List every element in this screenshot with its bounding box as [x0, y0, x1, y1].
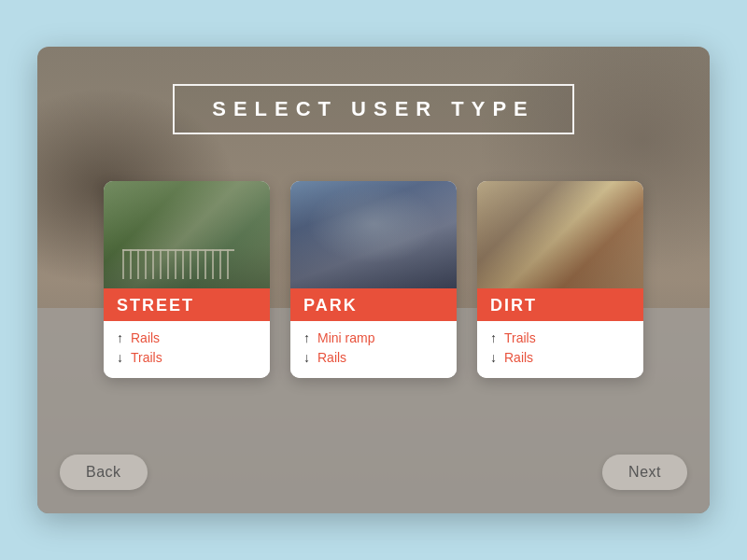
- card-image-street: [104, 181, 270, 288]
- arrow-up-icon: ↑: [490, 331, 497, 344]
- card-image-park: [290, 181, 457, 288]
- back-button[interactable]: Back: [60, 455, 148, 490]
- card-label-dirt: DIRT: [477, 288, 643, 321]
- park-image-inner: [290, 181, 457, 288]
- card-label-park: PARK: [290, 288, 457, 321]
- card-image-dirt: [477, 181, 643, 288]
- arrow-up-icon: ↑: [117, 331, 123, 344]
- card-items-street: ↑ Rails ↓ Trails: [104, 321, 270, 378]
- street-item-1-text: Trails: [131, 350, 162, 365]
- arrow-up-icon: ↑: [303, 331, 310, 344]
- street-item-1: ↓ Trails: [117, 350, 257, 365]
- park-item-1: ↓ Rails: [303, 350, 444, 365]
- park-item-1-text: Rails: [317, 350, 346, 365]
- dirt-item-0: ↑ Trails: [490, 330, 630, 345]
- dirt-item-0-text: Trails: [504, 330, 536, 345]
- street-item-0: ↑ Rails: [117, 330, 257, 345]
- street-item-0-text: Rails: [131, 330, 160, 345]
- page-title: SELECT USER TYPE: [173, 84, 574, 134]
- app-container: SELECT USER TYPE STREET ↑ Rails ↓ Trails: [37, 47, 710, 513]
- card-street[interactable]: STREET ↑ Rails ↓ Trails: [104, 181, 270, 378]
- street-image-inner: [104, 181, 270, 288]
- dirt-item-1: ↓ Rails: [490, 350, 630, 365]
- arrow-down-icon: ↓: [117, 351, 123, 364]
- dirt-item-1-text: Rails: [504, 350, 533, 365]
- main-content: SELECT USER TYPE STREET ↑ Rails ↓ Trails: [37, 47, 710, 513]
- cards-container: STREET ↑ Rails ↓ Trails PARK: [104, 181, 643, 378]
- dirt-image-inner: [477, 181, 643, 288]
- card-items-dirt: ↑ Trails ↓ Rails: [477, 321, 643, 378]
- card-items-park: ↑ Mini ramp ↓ Rails: [290, 321, 457, 378]
- card-label-street: STREET: [104, 288, 270, 321]
- arrow-down-icon: ↓: [490, 351, 497, 364]
- next-button[interactable]: Next: [602, 455, 687, 490]
- arrow-down-icon: ↓: [303, 351, 310, 364]
- park-item-0-text: Mini ramp: [317, 330, 374, 345]
- card-dirt[interactable]: DIRT ↑ Trails ↓ Rails: [477, 181, 643, 378]
- card-park[interactable]: PARK ↑ Mini ramp ↓ Rails: [290, 181, 457, 378]
- park-item-0: ↑ Mini ramp: [303, 330, 444, 345]
- navigation-row: Back Next: [37, 455, 710, 490]
